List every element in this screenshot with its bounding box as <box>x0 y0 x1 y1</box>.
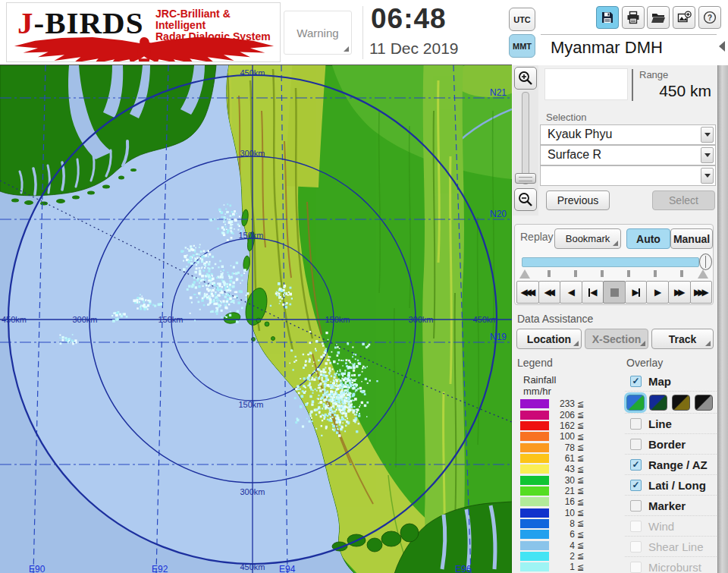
overlay-option-map[interactable]: ✓Map <box>625 371 717 392</box>
manual-button[interactable]: Manual <box>670 228 713 249</box>
legend-color-swatch <box>520 454 549 463</box>
legend-entry: 2≦ <box>520 551 619 562</box>
map-style-swatch[interactable] <box>626 395 645 411</box>
forward-fast-button[interactable]: ▶▶▶ <box>690 281 713 304</box>
ring-label: 300km <box>408 315 433 324</box>
rewind-fast-button[interactable]: ◀◀◀ <box>516 281 539 304</box>
step-forward-button[interactable]: ▶ <box>625 281 648 304</box>
overlay-option-range-az[interactable]: ✓Range / AZ <box>625 455 717 475</box>
previous-button[interactable]: Previous <box>546 190 610 210</box>
save-button[interactable] <box>596 6 619 29</box>
play-button[interactable]: ▶ <box>646 281 669 304</box>
play-reverse-button[interactable]: ◀ <box>560 281 582 304</box>
checkbox[interactable]: ✓ <box>630 480 642 491</box>
overlay-option-shear-line: Shear Line <box>625 537 717 557</box>
overlay-option-label: Line <box>648 417 672 430</box>
mmt-button[interactable]: MMT <box>509 34 535 58</box>
panel-scroll-strip[interactable] <box>717 65 728 573</box>
xsection-button[interactable]: X-Section <box>585 329 648 349</box>
range-label: Range <box>639 69 668 80</box>
overlay-option-lati-long[interactable]: ✓Lati / Long <box>625 475 717 496</box>
extra-dropdown[interactable] <box>540 165 716 186</box>
checkbox[interactable]: ✓ <box>630 376 642 387</box>
legend-color-swatch <box>520 443 549 452</box>
map-style-swatch[interactable] <box>672 395 690 411</box>
legend-entry: 100≦ <box>520 431 619 442</box>
checkbox[interactable] <box>630 439 642 450</box>
map-style-selector <box>625 392 717 414</box>
legend-threshold-value: 61 <box>554 453 575 464</box>
replay-slider-track[interactable] <box>522 257 699 267</box>
legend-entry: 8≦ <box>520 518 619 529</box>
zoom-in-icon <box>517 70 534 87</box>
dropdown-arrow-button[interactable] <box>701 168 714 184</box>
legend-color-swatch <box>520 530 549 539</box>
utc-button[interactable]: UTC <box>509 8 535 31</box>
map-zoom-control <box>513 65 538 216</box>
warning-button[interactable]: Warning <box>284 11 352 55</box>
map-style-swatch[interactable] <box>695 395 713 411</box>
checkbox[interactable]: ✓ <box>630 459 642 471</box>
checkbox[interactable] <box>630 418 642 430</box>
checkbox <box>630 521 642 532</box>
zoom-in-button[interactable] <box>514 67 537 90</box>
title-divider <box>541 34 717 35</box>
legend-lte-symbol: ≦ <box>575 399 584 409</box>
dropdown-arrow-button[interactable] <box>701 147 714 163</box>
legend-entry: 1≦ <box>520 562 619 572</box>
ring-label: 300km <box>240 487 265 496</box>
open-folder-button[interactable] <box>647 6 670 29</box>
station-dropdown[interactable]: Kyauk Phyu <box>540 124 716 145</box>
help-button[interactable]: ? <box>698 6 721 29</box>
overlay-options: ✓MapLineBorder✓Range / AZ✓Lati / LongMar… <box>625 371 717 573</box>
legend-color-swatch <box>520 497 549 506</box>
print-button[interactable] <box>622 6 645 29</box>
legend-entry: 78≦ <box>520 442 619 452</box>
range-display-box <box>544 68 628 100</box>
slider-tick <box>627 270 630 277</box>
forward-button[interactable]: ▶▶ <box>668 281 691 304</box>
rewind-button[interactable]: ◀◀ <box>538 281 561 304</box>
range-value: 450 km <box>628 82 711 100</box>
panel-collapse-icon[interactable] <box>719 41 725 52</box>
ring-label: 450km <box>240 68 265 77</box>
folder-icon <box>651 10 666 25</box>
overlay-option-label: Wind <box>648 520 674 533</box>
auto-button[interactable]: Auto <box>626 228 670 249</box>
slider-end-marker[interactable] <box>698 269 708 279</box>
capture-add-button[interactable] <box>673 6 695 29</box>
dropdown-corner-icon <box>613 241 618 246</box>
overlay-option-marker[interactable]: Marker <box>625 496 717 516</box>
selection-label: Selection <box>546 112 586 123</box>
bookmark-button[interactable]: Bookmark <box>554 228 621 249</box>
zoom-out-button[interactable] <box>514 188 537 211</box>
print-icon <box>626 10 641 25</box>
track-button[interactable]: Track <box>651 329 714 349</box>
product-dropdown[interactable]: Surface R <box>540 145 716 165</box>
lon-label: E90 <box>29 564 46 573</box>
legend-lte-symbol: ≦ <box>575 562 584 572</box>
step-backward-button[interactable]: ◀ <box>582 281 604 304</box>
lat-label: N20 <box>490 209 507 219</box>
location-button[interactable]: Location <box>516 329 582 349</box>
slider-start-marker[interactable] <box>519 269 530 279</box>
legend-entry: 4≦ <box>520 540 619 550</box>
capture-add-icon <box>676 10 692 25</box>
checkbox <box>630 541 642 553</box>
zoom-slider-handle[interactable] <box>515 173 536 184</box>
dropdown-arrow-button[interactable] <box>701 127 714 143</box>
select-button[interactable]: Select <box>652 190 715 210</box>
stop-button[interactable] <box>603 281 626 304</box>
checkbox[interactable] <box>630 500 642 512</box>
svg-text:?: ? <box>708 14 712 22</box>
map-style-swatch[interactable] <box>649 395 667 411</box>
radar-map[interactable]: 450km 300km 150km 150km 300km 450km 450k… <box>0 65 512 573</box>
slider-tick <box>574 270 577 277</box>
replay-slider-handle[interactable] <box>699 253 712 270</box>
overlay-option-line[interactable]: Line <box>625 414 717 434</box>
legend-threshold-value: 162 <box>554 420 575 431</box>
dropdown-corner-icon <box>573 341 579 346</box>
radar-map-canvas: 450km 300km 150km 150km 300km 450km 450k… <box>0 65 512 573</box>
overlay-option-border[interactable]: Border <box>625 434 717 455</box>
zoom-slider-track[interactable] <box>522 92 529 184</box>
